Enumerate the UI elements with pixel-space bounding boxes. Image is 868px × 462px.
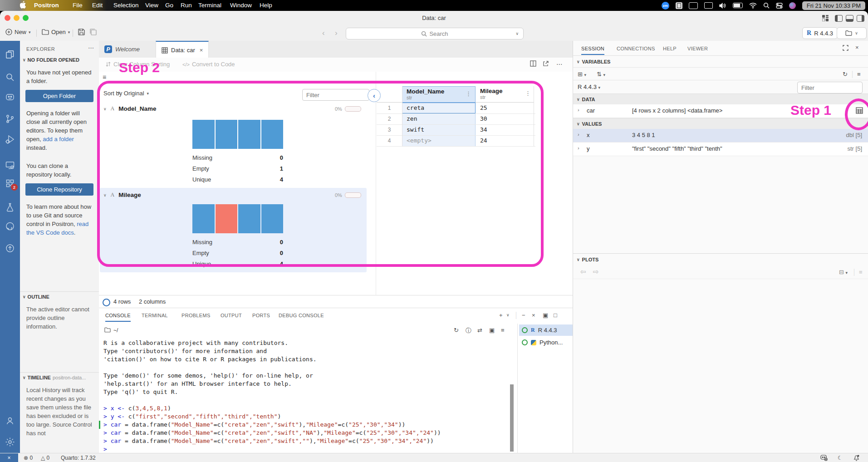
timeline-section-header[interactable]: ∨TIMELINEpositron-data... [23, 375, 86, 380]
maximize-panel-icon[interactable]: □ [554, 312, 557, 319]
word-wrap-icon[interactable]: ⇄ [477, 327, 482, 334]
explorer-icon[interactable] [5, 49, 15, 60]
column-summary-model-name[interactable]: ∨ A Model_Name [103, 105, 157, 112]
sort-by-dropdown[interactable]: Sort by Original▾ [103, 90, 149, 97]
column-header-model-name[interactable]: Model_Name str ⋮ [402, 86, 476, 103]
column-header-mileage[interactable]: Mileage str ⋮ [476, 86, 534, 103]
cell-model-name[interactable]: swift [407, 124, 424, 135]
spotlight-icon[interactable] [763, 2, 770, 9]
tab-viewer[interactable]: VIEWER [687, 46, 708, 51]
search-icon[interactable] [5, 72, 15, 83]
add-a-folder-link[interactable]: add a folder [43, 136, 74, 143]
cell-mileage[interactable]: 24 [480, 135, 487, 146]
restart-console-icon[interactable]: ↻ [454, 327, 459, 334]
summary-filter-input[interactable] [302, 89, 369, 101]
tab-welcome[interactable]: P Welcome [99, 41, 145, 58]
explorer-more-actions-icon[interactable]: ⋯ [88, 44, 94, 51]
interpreter-selector[interactable]: R R 4.4.3 [802, 27, 838, 39]
warnings-indicator[interactable]: △ 0 [41, 455, 49, 461]
save-button[interactable] [78, 29, 85, 35]
tab-debug-console[interactable]: DEBUG CONSOLE [279, 313, 324, 318]
settings-gear-icon[interactable] [5, 437, 15, 447]
editor-more-actions-icon[interactable]: ⋯ [556, 60, 563, 68]
tab-console[interactable]: CONSOLE [105, 313, 131, 322]
toggle-primary-sidebar-icon[interactable] [835, 15, 843, 22]
open-folder-button[interactable]: Open Folder [25, 90, 93, 102]
toggle-panel-icon[interactable] [846, 15, 853, 22]
apple-menu-icon[interactable] [20, 1, 27, 9]
publish-icon[interactable] [5, 243, 15, 254]
copilot-status-icon[interactable] [820, 454, 828, 461]
tab-problems[interactable]: PROBLEMS [181, 313, 211, 318]
split-editor-icon[interactable] [530, 60, 536, 67]
chevron-right-icon[interactable]: › [578, 132, 579, 137]
notifications-bell-icon[interactable] [853, 454, 860, 461]
toggle-secondary-sidebar-icon[interactable] [857, 15, 864, 22]
collapse-summary-button[interactable]: ‹ [368, 89, 381, 102]
extensions-icon[interactable]: 2 [5, 178, 15, 189]
navigate-forward-button[interactable]: › [335, 29, 338, 38]
tab-help[interactable]: HELP [663, 46, 677, 51]
run-debug-icon[interactable] [5, 134, 15, 145]
customize-layout-icon[interactable] [822, 15, 829, 21]
runtime-selector[interactable]: R 4.4.3 ▾ [578, 84, 600, 90]
variables-section-header[interactable]: ∨ VARIABLES [577, 59, 610, 64]
cell-model-name[interactable]: zen [407, 113, 417, 124]
app-tray-icon[interactable] [676, 2, 682, 9]
menu-terminal[interactable]: Terminal [198, 2, 221, 9]
errors-indicator[interactable]: ⊗ 0 [24, 455, 33, 461]
column-menu-kebab-icon[interactable]: ⋮ [525, 90, 531, 97]
chevron-right-icon[interactable]: › [578, 145, 579, 151]
console-output[interactable]: R is a collaborative project with many c… [99, 339, 512, 453]
expand-panel-icon[interactable] [843, 45, 848, 51]
navigate-back-button[interactable]: ‹ [322, 29, 325, 38]
restore-panel-icon[interactable]: ▣ [543, 312, 548, 319]
column-menu-icon[interactable]: ≡ [103, 74, 106, 81]
menu-selection[interactable]: Selection [113, 2, 139, 9]
clear-plots-icon[interactable]: ≡ [859, 269, 863, 275]
tab-connections[interactable]: CONNECTIONS [617, 46, 655, 51]
values-section-header[interactable]: ∨ VALUES [573, 118, 868, 129]
menu-run[interactable]: Run [181, 2, 192, 9]
new-button[interactable]: New▾ [5, 29, 31, 35]
testing-icon[interactable] [5, 202, 15, 213]
global-search-box[interactable]: Search ∨ [346, 28, 524, 39]
cell-model-name[interactable]: creta [407, 103, 424, 113]
previous-plot-icon[interactable]: ⇦ [580, 268, 586, 276]
keyboard-icon[interactable] [689, 2, 698, 9]
zoom-app-icon[interactable]: zm [662, 2, 669, 10]
tab-data-car[interactable]: Data: car × [156, 41, 209, 59]
variable-row-y[interactable]: › y "first" "second" "fifth" "third" "te… [573, 143, 868, 156]
plots-section-header[interactable]: ∨ PLOTS [577, 257, 598, 262]
open-data-viewer-icon[interactable] [856, 107, 863, 114]
quarto-version[interactable]: Quarto: 1.7.32 [61, 455, 96, 461]
menu-file[interactable]: File [73, 2, 83, 9]
close-panel-icon[interactable]: × [532, 312, 535, 319]
move-to-editor-icon[interactable]: ▣ [489, 327, 495, 334]
tab-terminal[interactable]: TERMINAL [142, 313, 168, 318]
session-python[interactable]: Python... [519, 337, 575, 348]
menubar-clock[interactable]: Fri 21 Nov 10:33 PM [802, 1, 865, 10]
close-panel-icon[interactable]: × [855, 44, 859, 51]
open-button[interactable]: Open▾ [42, 29, 70, 35]
column-summary-mileage[interactable]: ∨ A Mileage [103, 192, 141, 198]
control-center-icon[interactable] [776, 2, 783, 9]
clear-variables-icon[interactable]: ≡ [857, 71, 861, 78]
clear-console-icon[interactable]: ≡ [501, 327, 505, 334]
chevron-right-icon[interactable]: › [578, 107, 579, 113]
session-r[interactable]: R R 4.4.3 [519, 324, 575, 336]
remote-explorer-icon[interactable] [5, 160, 15, 171]
menu-window[interactable]: Window [230, 2, 252, 9]
cell-mileage[interactable]: 30 [480, 113, 487, 124]
variable-row-x[interactable]: › x 3 4 5 8 1 dbl [5] [573, 129, 868, 143]
outline-section-header[interactable]: ∨OUTLINE [23, 294, 49, 300]
cell-model-name-empty[interactable]: <empty> [407, 135, 432, 146]
sort-variables-icon[interactable]: ⇅ ▾ [597, 71, 605, 78]
account-icon[interactable] [5, 415, 15, 426]
wifi-icon[interactable] [749, 3, 757, 9]
next-plot-icon[interactable]: ⇨ [593, 268, 599, 276]
info-icon[interactable]: ⓘ [466, 327, 471, 335]
cell-mileage[interactable]: 25 [480, 103, 487, 113]
clone-repository-button[interactable]: Clone Repository [25, 183, 93, 196]
menu-edit[interactable]: Edit [92, 2, 103, 9]
